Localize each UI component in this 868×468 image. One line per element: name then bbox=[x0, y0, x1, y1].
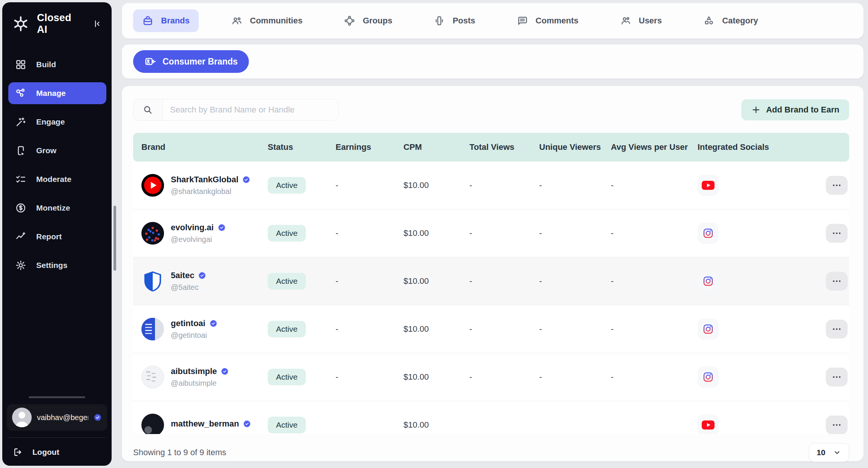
youtube-icon[interactable] bbox=[698, 175, 719, 196]
row-actions-button[interactable] bbox=[826, 272, 848, 291]
search-icon bbox=[133, 105, 162, 115]
verified-badge-icon bbox=[221, 367, 229, 376]
col-header-total-views: Total Views bbox=[461, 142, 531, 152]
sidebar-item-monetize[interactable]: Monetize bbox=[8, 197, 106, 219]
user-avatar bbox=[12, 408, 32, 427]
logout-icon bbox=[13, 447, 23, 457]
cpm-cell: $10.00 bbox=[395, 324, 461, 334]
logout-button[interactable]: Logout bbox=[7, 443, 107, 460]
unique-viewers-cell: - bbox=[531, 276, 603, 286]
earnings-cell: - bbox=[327, 180, 395, 190]
page-size-value: 10 bbox=[817, 448, 825, 457]
tab-category[interactable]: Category bbox=[694, 9, 767, 32]
table-header-row: Brand Status Earnings CPM Total Views Un… bbox=[133, 133, 849, 162]
row-actions-button[interactable] bbox=[826, 416, 848, 434]
brand-search bbox=[133, 99, 339, 121]
sidebar-resize-handle[interactable] bbox=[29, 396, 85, 398]
cpm-cell: $10.00 bbox=[395, 228, 461, 238]
magic-wand-icon bbox=[15, 116, 26, 128]
earnings-cell: - bbox=[327, 276, 395, 286]
user-email: vaibhav@begenu... bbox=[37, 413, 88, 422]
app-title: Closed AI bbox=[37, 12, 84, 35]
sidebar-item-engage[interactable]: Engage bbox=[8, 111, 106, 133]
closed-ai-logo-icon bbox=[11, 14, 30, 33]
earnings-cell: - bbox=[327, 228, 395, 238]
tab-posts[interactable]: Posts bbox=[425, 9, 484, 32]
user-account-card[interactable]: vaibhav@begenu... bbox=[7, 404, 107, 431]
sidebar-item-label: Report bbox=[36, 232, 62, 241]
verified-badge-icon bbox=[242, 176, 250, 184]
sidebar-collapse-icon[interactable] bbox=[90, 17, 103, 30]
sidebar-scrollbar-thumb[interactable] bbox=[113, 206, 116, 271]
instagram-icon[interactable] bbox=[698, 271, 719, 292]
cpm-cell: $10.00 bbox=[395, 180, 461, 190]
trend-line-icon bbox=[15, 231, 26, 242]
page-size-select[interactable]: 10 bbox=[809, 443, 849, 462]
tab-comments[interactable]: Comments bbox=[508, 9, 587, 32]
brand-cell: 5aitec @5aitec bbox=[133, 270, 259, 292]
page: { "app": { "title": "Closed AI" }, "colo… bbox=[0, 0, 868, 468]
instagram-icon[interactable] bbox=[698, 223, 719, 244]
row-actions-button[interactable] bbox=[826, 176, 848, 195]
tab-users[interactable]: Users bbox=[611, 9, 671, 32]
ellipsis-icon bbox=[833, 424, 841, 426]
tab-label: Comments bbox=[535, 16, 578, 26]
brand-name: evolving.ai bbox=[171, 223, 214, 232]
pagination-bar: Showing 1 to 9 of 9 items 10 bbox=[122, 434, 863, 462]
row-actions-button[interactable] bbox=[826, 368, 848, 386]
verified-badge-icon bbox=[243, 420, 251, 428]
brand-name: 5aitec bbox=[171, 271, 194, 280]
avg-views-cell: - bbox=[603, 276, 689, 286]
brand-name: SharkTankGlobal bbox=[171, 175, 238, 185]
brand-avatar-matthew bbox=[141, 414, 164, 434]
consumer-brands-button[interactable]: Consumer Brands bbox=[133, 50, 249, 73]
table-row[interactable]: aibutsimple @aibutsimple Active - $10.00… bbox=[133, 353, 849, 401]
logout-label: Logout bbox=[32, 448, 59, 457]
verified-badge-icon bbox=[198, 271, 206, 280]
sidebar-divider bbox=[8, 437, 106, 438]
comments-icon bbox=[517, 15, 528, 26]
instagram-icon[interactable] bbox=[698, 319, 719, 340]
sidebar-item-grow[interactable]: Grow bbox=[8, 140, 106, 162]
sidebar-item-report[interactable]: Report bbox=[8, 226, 106, 248]
table-row[interactable]: 5aitec @5aitec Active - $10.00 - - - bbox=[133, 257, 849, 305]
sidebar-item-build[interactable]: Build bbox=[8, 54, 106, 75]
add-brand-button[interactable]: Add Brand to Earn bbox=[741, 99, 849, 120]
tab-brands[interactable]: Brands bbox=[133, 9, 199, 32]
sidebar-item-settings[interactable]: Settings bbox=[8, 254, 106, 276]
col-header-status: Status bbox=[259, 142, 327, 152]
tab-groups[interactable]: Groups bbox=[335, 9, 401, 32]
brand-cell: aibutsimple @aibutsimple bbox=[133, 366, 259, 388]
brand-handle: @evolvingai bbox=[171, 235, 226, 244]
row-actions-button[interactable] bbox=[826, 224, 848, 243]
sidebar-header: Closed AI bbox=[2, 2, 112, 42]
search-input[interactable] bbox=[162, 99, 338, 120]
instagram-icon[interactable] bbox=[698, 366, 719, 388]
row-actions-button[interactable] bbox=[826, 320, 848, 339]
status-badge: Active bbox=[268, 273, 306, 289]
media-grow-icon bbox=[15, 145, 26, 156]
youtube-icon[interactable] bbox=[698, 414, 719, 434]
dollar-circle-icon bbox=[15, 202, 26, 214]
tab-communities[interactable]: Communities bbox=[222, 9, 311, 32]
unique-viewers-cell: - bbox=[531, 180, 603, 190]
table-row[interactable]: SharkTankGlobal @sharktankglobal Active … bbox=[133, 162, 849, 209]
tab-label: Brands bbox=[161, 16, 190, 26]
verified-badge-icon bbox=[94, 413, 102, 422]
table-row[interactable]: evolving.ai @evolvingai Active - $10.00 … bbox=[133, 209, 849, 257]
sidebar-item-moderate[interactable]: Moderate bbox=[8, 168, 106, 190]
brand-handle: @5aitec bbox=[171, 283, 206, 292]
plus-icon bbox=[751, 105, 761, 115]
brand-avatar-aibutsimple bbox=[141, 366, 164, 388]
col-header-earnings: Earnings bbox=[327, 142, 395, 152]
ellipsis-icon bbox=[833, 184, 841, 186]
sub-toolbar-panel: Consumer Brands bbox=[122, 45, 863, 79]
sidebar-item-manage[interactable]: Manage bbox=[8, 82, 106, 104]
table-row[interactable]: getintoai @getintoai Active - $10.00 - -… bbox=[133, 305, 849, 353]
unique-viewers-cell: - bbox=[531, 372, 603, 382]
grid-icon bbox=[15, 59, 26, 70]
total-views-cell: - bbox=[461, 372, 531, 382]
avg-views-cell: - bbox=[603, 180, 689, 190]
verified-badge-icon bbox=[218, 223, 226, 232]
table-row[interactable]: matthew_berman Active $10.00 bbox=[133, 401, 849, 434]
